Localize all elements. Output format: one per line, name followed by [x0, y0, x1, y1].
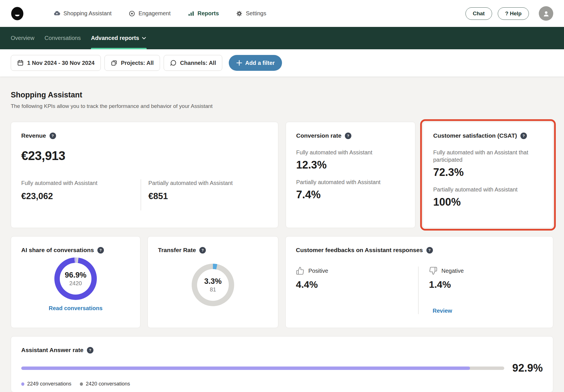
chat-button[interactable]: Chat — [465, 7, 492, 20]
negative-label: Negative — [441, 268, 464, 274]
revenue-card-title: Revenue — [21, 132, 46, 139]
feedback-help-icon[interactable]: ? — [426, 247, 433, 253]
legend-label: 2420 conversations — [86, 381, 130, 387]
legend-dot-purple — [21, 382, 24, 386]
main-content: Shopping Assistant The following KPIs al… — [0, 76, 564, 392]
revenue-card: Revenue ? €23,913 Fully automated with A… — [11, 122, 278, 228]
revenue-fully-automated: Fully automated with Assistant €23,062 — [21, 179, 141, 210]
conversion-partial-value: 7.4% — [296, 189, 405, 201]
csat-card: Customer satisfaction (CSAT) ? Fully aut… — [423, 122, 553, 228]
date-range-filter[interactable]: 1 Nov 2024 - 30 Nov 2024 — [11, 55, 101, 71]
conversion-rate-card: Conversion rate ? Fully automated with A… — [286, 122, 415, 228]
read-conversations-link[interactable]: Read conversations — [49, 305, 102, 312]
positive-value: 4.4% — [296, 279, 418, 290]
brand-logo[interactable] — [11, 7, 24, 21]
answer-rate-card: Assistant Answer rate ? 92.9% 2249 conve… — [11, 336, 553, 392]
tab-label: Overview — [11, 35, 34, 41]
positive-label: Positive — [308, 268, 328, 274]
kpi-value: €851 — [148, 191, 268, 201]
answer-rate-card-title: Assistant Answer rate — [21, 347, 84, 353]
kpi-label: Partially automated with Assistant — [296, 178, 405, 186]
ai-share-help-icon[interactable]: ? — [97, 247, 104, 253]
kpi-label: Partially automated with Assistant — [433, 186, 543, 193]
nav-label: Settings — [246, 10, 266, 17]
channels-filter[interactable]: Channels: All — [164, 55, 222, 71]
assistant-cloud-icon — [54, 10, 60, 17]
transfer-help-icon[interactable]: ? — [199, 247, 206, 253]
csat-fully-value: 72.3% — [433, 166, 543, 178]
answer-rate-legend: 2249 conversations 2420 conversations — [21, 381, 543, 387]
projects-filter[interactable]: Projects: All — [104, 55, 160, 71]
thumbs-down-icon — [429, 267, 437, 275]
csat-card-title: Customer satisfaction (CSAT) — [433, 132, 517, 139]
legend-label: 2249 conversations — [27, 381, 71, 387]
tab-advanced-reports[interactable]: Advanced reports — [91, 27, 147, 49]
chevron-down-icon — [141, 35, 147, 41]
transfer-percent: 3.3% — [204, 277, 222, 286]
kpi-row-3: Assistant Answer rate ? 92.9% 2249 conve… — [11, 336, 553, 392]
nav-label: Shopping Assistant — [63, 10, 112, 17]
reports-sub-nav: Overview Conversations Advanced reports — [0, 27, 564, 49]
projects-stack-icon — [111, 59, 118, 66]
ai-share-count: 2420 — [69, 280, 82, 287]
tab-label: Advanced reports — [91, 35, 139, 41]
revenue-help-icon[interactable]: ? — [50, 133, 56, 139]
nav-item-settings[interactable]: Settings — [236, 10, 266, 17]
customer-feedback-card: Customer feedbacks on Assistant response… — [285, 236, 553, 328]
transfer-rate-card: Transfer Rate ? 3.3% 81 — [148, 236, 278, 328]
transfer-rate-donut-chart: 3.3% 81 — [192, 264, 234, 306]
csat-help-icon[interactable]: ? — [520, 133, 527, 139]
projects-filter-value: Projects: All — [121, 60, 154, 66]
conversion-fully-value: 12.3% — [296, 159, 405, 171]
add-filter-button[interactable]: Add a filter — [229, 55, 282, 71]
kpi-label: Fully automated with Assistant — [21, 179, 141, 187]
plus-icon — [236, 60, 242, 66]
user-avatar[interactable] — [539, 6, 553, 21]
feedback-card-title: Customer feedbacks on Assistant response… — [296, 247, 423, 253]
chat-bubble-icon — [170, 59, 177, 66]
kpi-label: Partially automated with Assistant — [148, 179, 268, 187]
conversion-card-title: Conversion rate — [296, 132, 341, 139]
nav-item-engagement[interactable]: Engagement — [129, 10, 170, 17]
help-button[interactable]: ? Help — [498, 7, 529, 20]
ai-share-percent: 96.9% — [65, 271, 87, 280]
tab-conversations[interactable]: Conversations — [44, 27, 81, 49]
kpi-value: €23,062 — [21, 191, 141, 201]
kpi-row-1: Revenue ? €23,913 Fully automated with A… — [11, 122, 553, 228]
answer-rate-value: 92.9% — [512, 362, 543, 374]
csat-partial-value: 100% — [433, 196, 543, 208]
bar-chart-icon — [188, 10, 195, 17]
legend-dot-gray — [80, 382, 83, 386]
tab-label: Conversations — [44, 35, 81, 41]
date-range-value: 1 Nov 2024 - 30 Nov 2024 — [27, 60, 95, 66]
page-subtitle: The following KPIs allow you to track th… — [11, 103, 553, 109]
kpi-label: Fully automated with Assistant — [296, 149, 405, 156]
revenue-total-value: €23,913 — [21, 149, 268, 163]
calendar-icon — [17, 59, 24, 66]
negative-feedback-block: Negative 1.4% Review — [418, 267, 543, 314]
answer-rate-progress-fill — [21, 367, 470, 370]
kpi-row-2: AI share of conversations ? 96.9% 2420 R… — [11, 236, 553, 328]
target-icon — [129, 10, 135, 17]
conversion-help-icon[interactable]: ? — [345, 133, 351, 139]
answer-rate-help-icon[interactable]: ? — [87, 347, 93, 353]
section-head: Shopping Assistant The following KPIs al… — [11, 76, 553, 109]
positive-feedback-block: Positive 4.4% — [296, 267, 418, 314]
nav-item-reports[interactable]: Reports — [188, 10, 219, 17]
kpi-label: Fully automated with an Assistant that p… — [433, 149, 529, 163]
review-link[interactable]: Review — [433, 308, 452, 314]
nav-item-shopping-assistant[interactable]: Shopping Assistant — [54, 10, 112, 17]
nav-label: Engagement — [138, 10, 170, 17]
channels-filter-value: Channels: All — [180, 60, 216, 66]
topbar-right: Chat ? Help — [465, 6, 553, 21]
ai-share-donut-chart: 96.9% 2420 — [54, 257, 97, 300]
answer-rate-progress-track — [21, 367, 504, 370]
ai-share-card-title: AI share of conversations — [21, 247, 94, 253]
page-title: Shopping Assistant — [11, 91, 553, 99]
tab-overview[interactable]: Overview — [11, 27, 34, 49]
main-nav: Shopping Assistant Engagement Reports — [54, 10, 266, 17]
transfer-count: 81 — [210, 286, 216, 293]
filter-bar: 1 Nov 2024 - 30 Nov 2024 Projects: All C… — [0, 49, 564, 76]
person-icon — [542, 10, 550, 18]
legend-item-answered: 2249 conversations — [21, 381, 71, 387]
